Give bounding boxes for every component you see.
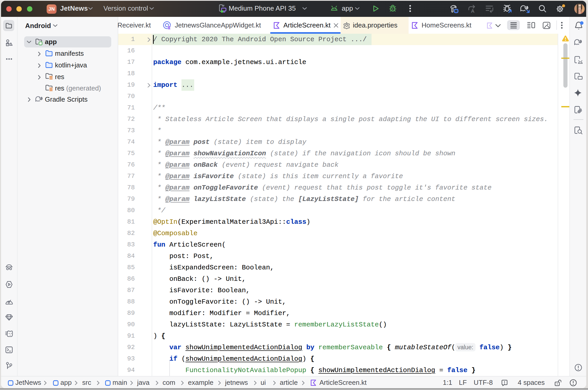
svg-text:A: A bbox=[471, 8, 475, 13]
